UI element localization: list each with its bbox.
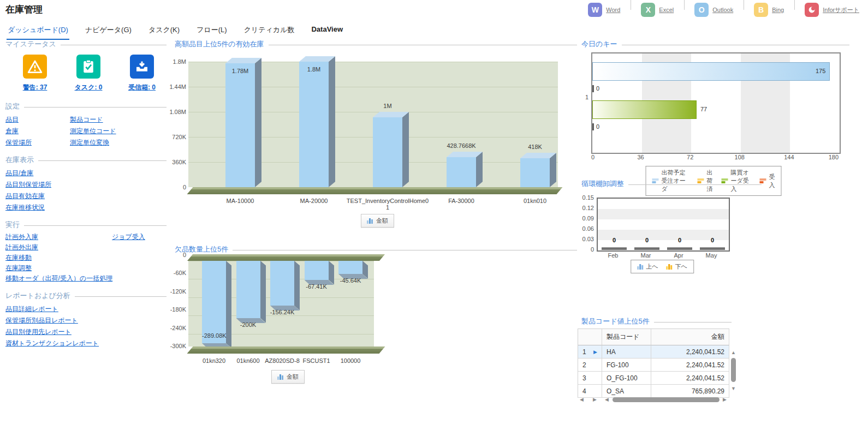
- legend-button-label: 金額: [376, 217, 388, 225]
- bar-AZ8020SD-8[interactable]: -156.24K: [270, 261, 294, 306]
- sidebar-link[interactable]: 在庫調整: [5, 263, 167, 273]
- table-frozen-scroll-left-arrow[interactable]: ◀: [580, 397, 584, 402]
- bar-3d-side: [550, 153, 556, 187]
- bar-value-label: -156.24K: [258, 309, 307, 315]
- sidebar-link[interactable]: 品目別使用先レポート: [5, 328, 72, 336]
- legend-item-受入[interactable]: 受入: [759, 173, 775, 189]
- table-frozen-scroll-right-arrow[interactable]: ▶: [593, 397, 597, 402]
- section-divider: [38, 160, 167, 161]
- tab-3[interactable]: タスク(K): [147, 23, 181, 40]
- product-code-cell: FG-100: [602, 359, 651, 371]
- bar-FA-30000[interactable]: 428.7668K: [447, 157, 476, 187]
- status-row: 警告: 37タスク: 0受信箱: 0: [5, 49, 167, 94]
- table-header-product-code[interactable]: 製品コード: [602, 329, 651, 345]
- sidebar-link[interactable]: 製品コード: [70, 116, 103, 123]
- amount-legend-button[interactable]: 金額: [271, 370, 305, 384]
- status-count-link[interactable]: 受信箱: 0: [128, 83, 156, 92]
- status-item-task[interactable]: タスク: 0: [68, 55, 109, 92]
- sidebar-link[interactable]: ジョブ受入: [112, 232, 167, 242]
- sidebar-link[interactable]: 品目/倉庫: [5, 169, 33, 177]
- hbar-出荷済[interactable]: [592, 85, 594, 92]
- hbar-受入[interactable]: [592, 123, 594, 130]
- hbar-出荷予定受注オーダ[interactable]: [592, 62, 830, 81]
- amount-legend-button[interactable]: 金額: [361, 214, 394, 228]
- legend-up-button[interactable]: 上へ: [637, 262, 658, 271]
- tab-1[interactable]: ダッシュボード(D): [7, 23, 69, 40]
- chart-title: 高額品目上位5件の有効在庫: [175, 39, 264, 49]
- table-horizontal-scrollbar-thumb[interactable]: [613, 397, 720, 402]
- x-axis-label: 01kn010: [489, 198, 581, 204]
- sidebar-link[interactable]: 品目有効在庫: [5, 192, 45, 200]
- quick-link-bing[interactable]: BBing: [754, 3, 784, 17]
- sidebar-link[interactable]: 在庫移動: [5, 253, 167, 263]
- tab-6[interactable]: DataView: [310, 23, 344, 40]
- x-axis-tick: 72: [687, 154, 693, 160]
- bar-01kn320[interactable]: -289.08K: [202, 261, 226, 343]
- quick-link-excel[interactable]: XExcel: [641, 3, 674, 17]
- bar-01kn600[interactable]: -200K: [236, 261, 260, 318]
- section-execution: 実行: [5, 220, 167, 230]
- bar-TEST_InventoryControlHome0[interactable]: 1M: [373, 117, 402, 187]
- bar-MA-20000[interactable]: 1.8M: [299, 62, 329, 187]
- legend-down-button[interactable]: 下へ: [667, 262, 687, 271]
- bar-MA-10000[interactable]: 1.78M: [225, 63, 255, 187]
- todays-key-xticks: 03672108144180: [591, 154, 841, 162]
- table-scroll-right-arrow[interactable]: ▶: [723, 397, 727, 402]
- bar-value-label: 1.78M: [225, 68, 255, 74]
- quick-link-outlook[interactable]: OOutlook: [694, 3, 733, 17]
- bar-01kn010[interactable]: 418K: [520, 158, 550, 187]
- sidebar-link[interactable]: 在庫推移状況: [5, 204, 45, 211]
- sidebar-link[interactable]: 保管場所: [5, 139, 32, 146]
- y-axis-tick: 0.06: [578, 225, 594, 232]
- sidebar-link[interactable]: 計画外入庫: [5, 232, 112, 242]
- section-title: マイステータス: [5, 39, 56, 49]
- sidebar-link[interactable]: 測定単位コード: [70, 127, 116, 135]
- sidebar-link[interactable]: 倉庫: [5, 127, 19, 135]
- bar-Feb[interactable]: [602, 247, 627, 250]
- table-row[interactable]: 1▶HA2,240,041.52: [578, 345, 729, 359]
- bar-value-label: 0: [701, 237, 723, 243]
- product-code-cell: O_SA: [602, 385, 651, 397]
- table-scroll-up-arrow[interactable]: ▲: [731, 350, 736, 355]
- status-count-link[interactable]: タスク: 0: [75, 83, 103, 92]
- sidebar-link[interactable]: 資材トランザクションレポート: [5, 339, 99, 347]
- excel-icon: X: [641, 3, 655, 17]
- section-todays-key: 今日のキー: [581, 39, 849, 49]
- table-scroll-down-arrow[interactable]: ▼: [731, 386, 736, 391]
- hbar-購買オーダ受入[interactable]: [592, 100, 697, 119]
- top-value-chart-plot: 1.78M1.8M1M428.7668K418K: [188, 62, 558, 187]
- table-row[interactable]: 3O_FG-1002,240,041.52: [578, 372, 729, 385]
- bar-May[interactable]: [700, 247, 725, 250]
- bar-Apr[interactable]: [667, 247, 692, 250]
- sidebar-link[interactable]: 保管場所別品目レポート: [5, 316, 78, 324]
- bar-Mar[interactable]: [634, 247, 659, 250]
- sidebar-link[interactable]: 測定単位変換: [70, 139, 109, 146]
- quick-link-word[interactable]: WWord: [588, 3, 620, 17]
- infor-support-icon: [805, 3, 819, 17]
- table-row[interactable]: 4O_SA765,890.29: [578, 385, 729, 398]
- table-header-amount[interactable]: 金額: [651, 329, 729, 345]
- word-icon: W: [588, 3, 602, 17]
- sidebar-link[interactable]: 計画外出庫: [5, 242, 167, 253]
- tab-4[interactable]: フロー(L): [195, 23, 228, 40]
- tab-5[interactable]: クリティカル数: [243, 23, 296, 40]
- sidebar-link[interactable]: 移動オーダ（出荷/受入）の一括処理: [5, 273, 167, 284]
- inbox-icon: [130, 55, 154, 79]
- table-scroll-left-arrow[interactable]: ◀: [605, 397, 609, 402]
- quick-link-infor-support[interactable]: Inforサポート: [805, 3, 859, 17]
- sidebar-link[interactable]: 品目別保管場所: [5, 181, 51, 188]
- legend-button-label: 金額: [287, 373, 299, 381]
- sidebar-link[interactable]: 品目詳細レポート: [5, 305, 58, 313]
- bar-FSCUST1[interactable]: -67.41K: [305, 261, 329, 280]
- quick-link-label: Inforサポート: [823, 6, 859, 14]
- status-count-link[interactable]: 警告: 37: [23, 83, 47, 92]
- link-cell: 測定単位変換: [70, 136, 167, 148]
- status-item-warning[interactable]: 警告: 37: [14, 55, 56, 92]
- row-number-cell: 1▶: [578, 345, 602, 358]
- bar-100000[interactable]: -45.64K: [338, 261, 362, 274]
- sidebar-link[interactable]: 品目: [5, 116, 19, 123]
- table-vertical-scrollbar-thumb[interactable]: [731, 358, 736, 382]
- status-item-inbox[interactable]: 受信箱: 0: [121, 55, 163, 92]
- table-row[interactable]: 2FG-1002,240,041.52: [578, 359, 729, 372]
- tab-2[interactable]: ナビゲータ(G): [84, 23, 133, 40]
